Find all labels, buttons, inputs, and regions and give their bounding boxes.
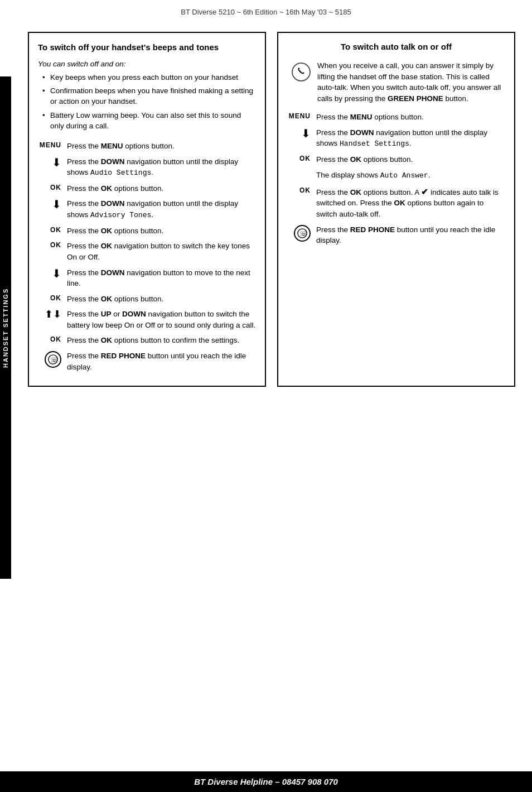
right-intro-description: When you receive a call, you can answer … (317, 60, 505, 104)
red-phone-icon-left: ☏ (38, 351, 61, 368)
header-title: BT Diverse 5210 ~ 6th Edition ~ 16th May… (181, 8, 351, 16)
menu-icon-right: MENU (287, 112, 311, 120)
step-ok2-right: OK Press the OK options button. A ✔ indi… (287, 186, 505, 220)
step-down2-left: ⬇ Press the DOWN navigation button until… (38, 198, 256, 220)
right-column: To switch auto talk on or off When you r… (277, 32, 515, 387)
green-phone-intro-icon (287, 60, 311, 81)
arrow-down-icon-3: ⬇ (38, 267, 61, 279)
ok-icon-right-2: OK (287, 186, 311, 194)
right-column-title: To switch auto talk on or off (287, 42, 505, 51)
step-menu-left: MENU Press the MENU options button. (38, 141, 256, 152)
left-intro-text: You can switch off and on: (38, 60, 256, 68)
step-red-phone-right: ☏ Press the RED PHONE button until you r… (287, 224, 505, 246)
step-menu-right: MENU Press the MENU options button. (287, 112, 505, 123)
footer-text: BT Diverse Helpline – 08457 908 070 (194, 777, 338, 786)
bullet-list: Key beeps when you press each button on … (38, 73, 256, 132)
left-column-title: To switch off your handset's beeps and t… (38, 42, 256, 53)
list-item: Key beeps when you press each button on … (42, 73, 256, 83)
svg-text:☏: ☏ (299, 229, 307, 237)
arrow-down-icon-right-1: ⬇ (287, 127, 311, 139)
ok-icon-4: OK (38, 294, 61, 302)
step-ok1-right: OK Press the OK options button. (287, 154, 505, 165)
ok-icon-3: OK (38, 241, 61, 249)
list-item: Confirmation beeps when you have finishe… (42, 86, 256, 107)
ok-icon-5: OK (38, 335, 61, 343)
red-phone-icon-right: ☏ (287, 224, 311, 242)
ok-icon-right-1: OK (287, 154, 311, 162)
arrow-down-icon-2: ⬇ (38, 198, 61, 210)
svg-text:☏: ☏ (50, 356, 58, 363)
step-ok1-left: OK Press the OK options button. (38, 183, 256, 194)
arrow-down-icon-1: ⬇ (38, 156, 61, 168)
page-footer: BT Diverse Helpline – 08457 908 070 (0, 771, 532, 792)
ok-icon-2: OK (38, 225, 61, 234)
list-item: Battery Low warning beep. You can also s… (42, 111, 256, 132)
step-ok2-left: OK Press the OK options button. (38, 225, 256, 237)
step-ok4-left: OK Press the OK options button. (38, 294, 256, 305)
menu-icon-left: MENU (38, 141, 61, 149)
sidebar-label: HANDSET SETTINGS (0, 76, 11, 579)
step-down3-left: ⬇ Press the DOWN navigation button to mo… (38, 267, 256, 289)
step-down1-right: ⬇ Press the DOWN navigation button until… (287, 127, 505, 150)
step-updown-left: ⬆⬇ Press the UP or DOWN navigation butto… (38, 309, 256, 330)
step-display-right: The display shows Auto Answer. (287, 170, 505, 181)
arrow-updown-icon: ⬆⬇ (38, 309, 61, 319)
step-down1-left: ⬇ Press the DOWN navigation button until… (38, 156, 256, 179)
step-ok3-left: OK Press the OK navigation button to swi… (38, 241, 256, 262)
step-ok5-left: OK Press the OK options button to confir… (38, 335, 256, 346)
right-intro-block: When you receive a call, you can answer … (287, 60, 505, 104)
left-column: To switch off your handset's beeps and t… (28, 32, 266, 387)
ok-icon-1: OK (38, 183, 61, 191)
step-red-phone-left: ☏ Press the RED PHONE button until you r… (38, 351, 256, 372)
page-header: BT Diverse 5210 ~ 6th Edition ~ 16th May… (0, 0, 532, 21)
